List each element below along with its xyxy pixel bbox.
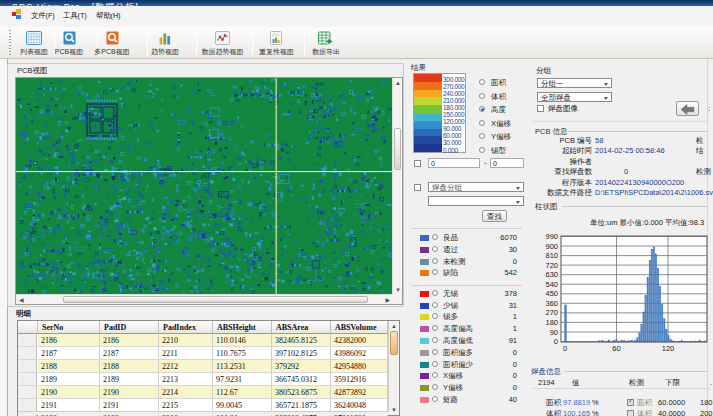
svg-text:900: 900	[545, 242, 558, 251]
svg-text:0: 0	[563, 344, 567, 353]
svg-text:180: 180	[545, 318, 558, 327]
svg-text:810: 810	[545, 251, 558, 260]
svg-text:540: 540	[545, 280, 558, 289]
svg-text:360: 360	[545, 299, 558, 308]
svg-text:90: 90	[550, 328, 558, 337]
svg-text:60: 60	[612, 344, 620, 353]
svg-text:720: 720	[545, 261, 558, 270]
svg-text:270: 270	[545, 308, 558, 317]
svg-text:630: 630	[545, 270, 558, 279]
svg-text:450: 450	[545, 289, 558, 298]
svg-text:0: 0	[554, 337, 558, 346]
svg-text:990: 990	[545, 232, 558, 241]
svg-text:120: 120	[662, 344, 675, 353]
